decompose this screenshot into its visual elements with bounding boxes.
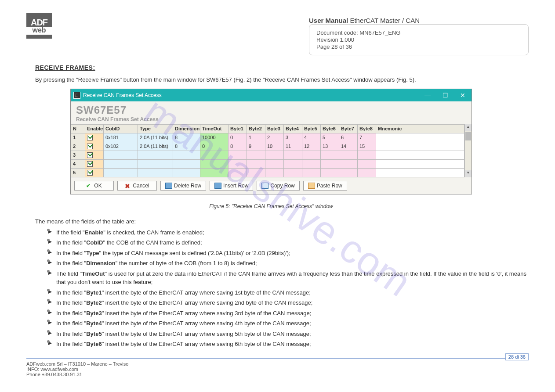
checkbox-icon[interactable] (87, 152, 93, 158)
row-number[interactable]: 2 (71, 142, 85, 151)
byte2-cell[interactable]: 1 (247, 133, 265, 142)
checkbox-icon[interactable] (87, 135, 93, 140)
data-grid[interactable]: N Enable CobID Type Dimension TimeOut By… (71, 124, 464, 177)
byte7-cell[interactable]: 6 (339, 133, 358, 142)
scroll-thumb[interactable] (465, 132, 471, 140)
byte7-cell[interactable] (339, 159, 358, 168)
byte1-cell[interactable] (229, 151, 247, 159)
byte3-cell[interactable]: 10 (265, 142, 284, 151)
timeout-cell[interactable] (200, 159, 229, 168)
byte1-cell[interactable] (229, 168, 247, 177)
byte4-cell[interactable] (284, 159, 302, 168)
row-number[interactable]: 5 (71, 168, 85, 177)
checkbox-icon[interactable] (87, 170, 93, 176)
col-byte8[interactable]: Byte8 (358, 124, 376, 133)
type-cell[interactable] (138, 168, 173, 177)
timeout-cell[interactable] (200, 151, 229, 159)
byte7-cell[interactable] (339, 168, 358, 177)
col-byte4[interactable]: Byte4 (284, 124, 302, 133)
col-byte5[interactable]: Byte5 (302, 124, 321, 133)
byte8-cell[interactable] (358, 168, 376, 177)
col-enable[interactable]: Enable (85, 124, 104, 133)
byte1-cell[interactable]: 0 (229, 133, 247, 142)
byte8-cell[interactable] (358, 151, 376, 159)
byte1-cell[interactable]: 8 (229, 142, 247, 151)
insert-row-button[interactable]: Insert Row (210, 181, 253, 191)
cobid-cell[interactable]: 0x182 (104, 142, 138, 151)
byte3-cell[interactable]: 2 (265, 133, 284, 142)
close-button[interactable]: ✕ (454, 89, 472, 101)
byte3-cell[interactable] (265, 168, 284, 177)
enable-checkbox[interactable] (85, 142, 104, 151)
col-mnemonic[interactable]: Mnemonic (376, 124, 464, 133)
byte5-cell[interactable] (302, 168, 321, 177)
byte5-cell[interactable] (302, 159, 321, 168)
dimension-cell[interactable]: 8 (173, 133, 200, 142)
byte6-cell[interactable]: 13 (321, 142, 339, 151)
byte4-cell[interactable] (284, 168, 302, 177)
dimension-cell[interactable] (173, 168, 200, 177)
checkbox-icon[interactable] (87, 144, 93, 149)
scroll-down-icon[interactable]: ▾ (465, 170, 472, 177)
col-byte3[interactable]: Byte3 (265, 124, 284, 133)
byte6-cell[interactable] (321, 159, 339, 168)
col-cobid[interactable]: CobID (104, 124, 138, 133)
row-number[interactable]: 3 (71, 151, 85, 159)
enable-checkbox[interactable] (85, 168, 104, 177)
minimize-button[interactable]: — (419, 89, 436, 101)
enable-checkbox[interactable] (85, 151, 104, 159)
table-row[interactable]: 10x1812.0A (11 bits)81000001234567 (71, 133, 464, 142)
byte6-cell[interactable]: 5 (321, 133, 339, 142)
byte6-cell[interactable] (321, 151, 339, 159)
dimension-cell[interactable] (173, 159, 200, 168)
maximize-button[interactable]: ☐ (436, 89, 454, 101)
window-titlebar[interactable]: ⬚ Receive CAN Frames Set Access — ☐ ✕ (71, 89, 472, 101)
paste-row-button[interactable]: Paste Row (303, 181, 347, 191)
byte8-cell[interactable]: 15 (358, 142, 376, 151)
col-byte1[interactable]: Byte1 (229, 124, 247, 133)
ok-button[interactable]: ✔ OK (74, 181, 114, 191)
timeout-cell[interactable]: 0 (200, 142, 229, 151)
byte4-cell[interactable]: 3 (284, 133, 302, 142)
mnemonic-cell[interactable] (376, 159, 464, 168)
scroll-up-icon[interactable]: ▴ (465, 124, 472, 131)
byte7-cell[interactable]: 14 (339, 142, 358, 151)
dimension-cell[interactable]: 8 (173, 142, 200, 151)
table-row[interactable]: 20x1822.0A (11 bits)8089101112131415 (71, 142, 464, 151)
type-cell[interactable] (138, 151, 173, 159)
cobid-cell[interactable] (104, 159, 138, 168)
checkbox-icon[interactable] (87, 161, 93, 167)
mnemonic-cell[interactable] (376, 133, 464, 142)
byte5-cell[interactable]: 4 (302, 133, 321, 142)
enable-checkbox[interactable] (85, 133, 104, 142)
table-row[interactable]: 4 (71, 159, 464, 168)
col-timeout[interactable]: TimeOut (200, 124, 229, 133)
type-cell[interactable] (138, 159, 173, 168)
cobid-cell[interactable] (104, 151, 138, 159)
enable-checkbox[interactable] (85, 159, 104, 168)
cobid-cell[interactable] (104, 168, 138, 177)
byte5-cell[interactable] (302, 151, 321, 159)
byte5-cell[interactable]: 12 (302, 142, 321, 151)
cobid-cell[interactable]: 0x181 (104, 133, 138, 142)
byte2-cell[interactable]: 9 (247, 142, 265, 151)
byte6-cell[interactable] (321, 168, 339, 177)
col-type[interactable]: Type (138, 124, 173, 133)
cancel-button[interactable]: ✖ Cancel (117, 181, 157, 191)
byte2-cell[interactable] (247, 151, 265, 159)
col-byte7[interactable]: Byte7 (339, 124, 358, 133)
mnemonic-cell[interactable] (376, 168, 464, 177)
byte1-cell[interactable] (229, 159, 247, 168)
byte3-cell[interactable] (265, 159, 284, 168)
table-row[interactable]: 5 (71, 168, 464, 177)
byte2-cell[interactable] (247, 159, 265, 168)
col-byte6[interactable]: Byte6 (321, 124, 339, 133)
timeout-cell[interactable]: 10000 (200, 133, 229, 142)
byte8-cell[interactable] (358, 159, 376, 168)
timeout-cell[interactable] (200, 168, 229, 177)
row-number[interactable]: 4 (71, 159, 85, 168)
byte4-cell[interactable]: 11 (284, 142, 302, 151)
col-byte2[interactable]: Byte2 (247, 124, 265, 133)
byte7-cell[interactable] (339, 151, 358, 159)
byte4-cell[interactable] (284, 151, 302, 159)
